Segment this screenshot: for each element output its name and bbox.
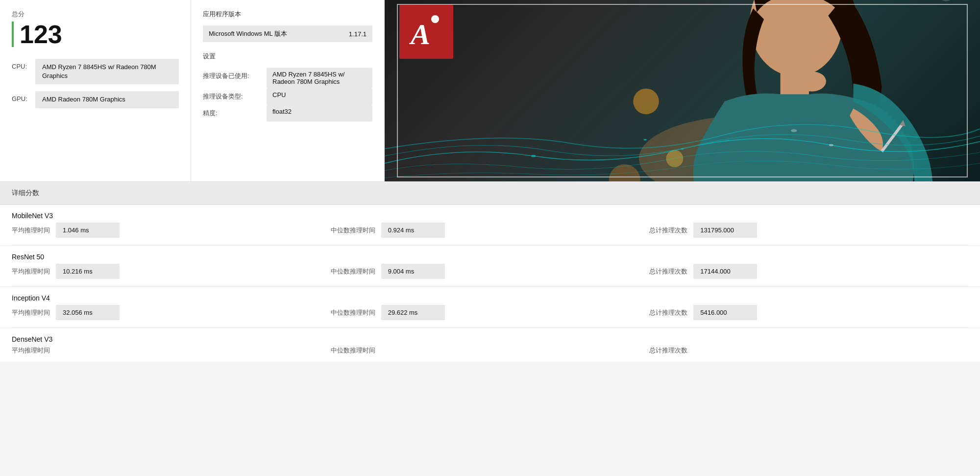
gpu-label: GPU: — [12, 91, 35, 102]
benchmark-group: ResNet 50 平均推理时间 10.216 ms 中位数推理时间 9.004… — [0, 246, 980, 286]
avg-label: 平均推理时间 — [12, 346, 50, 355]
benchmark-name: Inception V4 — [0, 287, 980, 305]
median-value: 29.622 ms — [381, 305, 445, 320]
benchmark-metrics: 平均推理时间 1.046 ms 中位数推理时间 0.924 ms 总计推理次数 … — [0, 223, 980, 245]
ai-logo-icon: A — [407, 12, 446, 51]
benchmark-name: MobileNet V3 — [0, 205, 980, 223]
banner-image: A — [385, 0, 980, 181]
svg-text:A: A — [409, 18, 430, 50]
total-value: 17144.000 — [693, 264, 757, 279]
svg-point-6 — [791, 129, 797, 132]
total-label: 总计推理次数 — [649, 308, 687, 317]
median-metric: 中位数推理时间 29.622 ms — [331, 305, 650, 320]
benchmarks-container: MobileNet V3 平均推理时间 1.046 ms 中位数推理时间 0.9… — [0, 205, 980, 362]
top-section: 总分 123 CPU: AMD Ryzen 7 8845HS w/ Radeon… — [0, 0, 980, 182]
svg-point-1 — [431, 15, 439, 23]
median-label: 中位数推理时间 — [331, 346, 375, 355]
median-metric: 中位数推理时间 — [331, 346, 650, 355]
section-divider — [12, 286, 968, 286]
cpu-value: AMD Ryzen 7 8845HS w/ Radeon 780M Graphi… — [35, 59, 179, 84]
total-metric: 总计推理次数 5416.000 — [649, 305, 968, 320]
avg-metric: 平均推理时间 32.056 ms — [12, 305, 331, 320]
total-value: 131795.000 — [693, 223, 757, 238]
precision-label: 精度: — [203, 105, 267, 122]
app-version-name: Microsoft Windows ML 版本 — [209, 29, 287, 38]
precision-row: 精度: float32 — [203, 105, 372, 122]
median-metric: 中位数推理时间 9.004 ms — [331, 264, 650, 279]
settings-title: 设置 — [203, 52, 372, 61]
median-metric: 中位数推理时间 0.924 ms — [331, 223, 650, 238]
svg-point-4 — [829, 144, 833, 146]
svg-point-8 — [750, 0, 843, 76]
wave-lines-svg — [385, 73, 980, 181]
benchmark-name: DenseNet V3 — [0, 328, 980, 346]
avg-label: 平均推理时间 — [12, 226, 50, 235]
total-metric: 总计推理次数 — [649, 346, 968, 355]
device-type-label: 推理设备类型: — [203, 88, 267, 105]
score-number: 123 — [12, 22, 179, 47]
median-value: 9.004 ms — [381, 264, 445, 279]
infer-device-row: 推理设备已使用: AMD Ryzen 7 8845HS w/ Radeon 78… — [203, 68, 372, 88]
precision-value: float32 — [267, 105, 372, 122]
cpu-label: CPU: — [12, 59, 35, 70]
ai-logo-box: A — [399, 5, 453, 59]
gpu-value: AMD Radeon 780M Graphics — [35, 91, 179, 108]
total-metric: 总计推理次数 17144.000 — [649, 264, 968, 279]
avg-label: 平均推理时间 — [12, 267, 50, 276]
benchmark-name: ResNet 50 — [0, 246, 980, 264]
bottom-section: 详细分数 MobileNet V3 平均推理时间 1.046 ms 中位数推理时… — [0, 182, 980, 362]
banner-panel: A — [385, 0, 980, 181]
score-label: 总分 — [12, 10, 179, 19]
total-metric: 总计推理次数 131795.000 — [649, 223, 968, 238]
section-divider — [12, 327, 968, 327]
infer-device-label: 推理设备已使用: — [203, 68, 267, 88]
device-type-value: CPU — [267, 88, 372, 105]
middle-panel: 应用程序版本 Microsoft Windows ML 版本 1.17.1 设置… — [191, 0, 385, 181]
benchmark-metrics: 平均推理时间 中位数推理时间 总计推理次数 — [0, 346, 980, 362]
total-value: 5416.000 — [693, 305, 757, 320]
benchmark-group: MobileNet V3 平均推理时间 1.046 ms 中位数推理时间 0.9… — [0, 205, 980, 245]
benchmark-group: DenseNet V3 平均推理时间 中位数推理时间 总计推理次数 — [0, 328, 980, 362]
avg-value: 32.056 ms — [56, 305, 120, 320]
cpu-row: CPU: AMD Ryzen 7 8845HS w/ Radeon 780M G… — [12, 59, 179, 84]
section-divider — [12, 245, 968, 245]
avg-value: 1.046 ms — [56, 223, 120, 238]
avg-metric: 平均推理时间 1.046 ms — [12, 223, 331, 238]
avg-metric: 平均推理时间 10.216 ms — [12, 264, 331, 279]
gpu-row: GPU: AMD Radeon 780M Graphics — [12, 91, 179, 108]
avg-value: 10.216 ms — [56, 264, 120, 279]
app-version-row: Microsoft Windows ML 版本 1.17.1 — [203, 25, 372, 42]
avg-metric: 平均推理时间 — [12, 346, 331, 355]
total-label: 总计推理次数 — [649, 346, 687, 355]
median-label: 中位数推理时间 — [331, 267, 375, 276]
benchmark-metrics: 平均推理时间 32.056 ms 中位数推理时间 29.622 ms 总计推理次… — [0, 305, 980, 327]
total-label: 总计推理次数 — [649, 267, 687, 276]
detailed-scores-header: 详细分数 — [0, 182, 980, 205]
svg-point-3 — [681, 148, 684, 150]
left-panel: 总分 123 CPU: AMD Ryzen 7 8845HS w/ Radeon… — [0, 0, 191, 181]
infer-device-value: AMD Ryzen 7 8845HS w/ Radeon 780M Graphi… — [267, 68, 372, 88]
svg-point-2 — [531, 155, 536, 157]
median-value: 0.924 ms — [381, 223, 445, 238]
median-label: 中位数推理时间 — [331, 226, 375, 235]
benchmark-metrics: 平均推理时间 10.216 ms 中位数推理时间 9.004 ms 总计推理次数… — [0, 264, 980, 286]
svg-point-5 — [644, 139, 647, 140]
avg-label: 平均推理时间 — [12, 308, 50, 317]
settings-table: 推理设备已使用: AMD Ryzen 7 8845HS w/ Radeon 78… — [203, 68, 372, 122]
total-label: 总计推理次数 — [649, 226, 687, 235]
device-type-row: 推理设备类型: CPU — [203, 88, 372, 105]
app-version-title: 应用程序版本 — [203, 10, 372, 19]
svg-point-16 — [939, 0, 953, 1]
median-label: 中位数推理时间 — [331, 308, 375, 317]
app-version-number: 1.17.1 — [349, 30, 367, 38]
benchmark-group: Inception V4 平均推理时间 32.056 ms 中位数推理时间 29… — [0, 287, 980, 327]
